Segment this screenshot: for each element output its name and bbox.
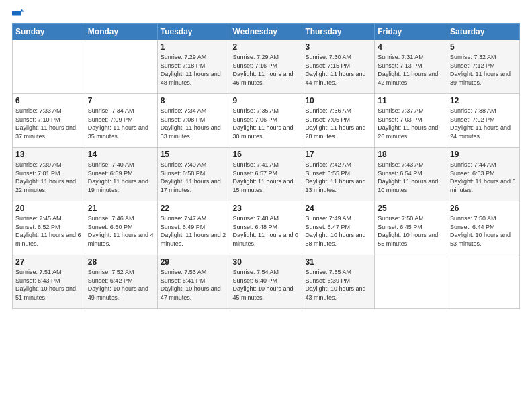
sunset-text: Sunset: 7:09 PM xyxy=(88,116,154,124)
sunrise-text: Sunrise: 7:51 AM xyxy=(15,268,82,277)
week-row-2: 6Sunrise: 7:33 AMSunset: 7:10 PMDaylight… xyxy=(13,94,520,148)
day-info: Sunrise: 7:55 AMSunset: 6:39 PMDaylight:… xyxy=(305,268,371,302)
weekday-header-saturday: Saturday xyxy=(447,24,520,40)
sunrise-text: Sunrise: 7:42 AM xyxy=(305,161,371,169)
daylight-text: Daylight: 11 hours and 13 minutes. xyxy=(305,177,371,194)
sunset-text: Sunset: 7:02 PM xyxy=(450,116,517,124)
sunset-text: Sunset: 6:58 PM xyxy=(161,169,227,178)
day-info: Sunrise: 7:34 AMSunset: 7:08 PMDaylight:… xyxy=(161,107,227,140)
daylight-text: Daylight: 11 hours and 26 minutes. xyxy=(378,124,444,140)
daylight-text: Daylight: 11 hours and 8 minutes. xyxy=(450,177,517,194)
logo-icon xyxy=(12,7,24,19)
calendar-cell: 15Sunrise: 7:40 AMSunset: 6:58 PMDayligh… xyxy=(157,148,230,201)
daylight-text: Daylight: 10 hours and 47 minutes. xyxy=(161,285,227,302)
calendar-cell xyxy=(375,255,447,309)
sunset-text: Sunset: 6:52 PM xyxy=(15,223,82,232)
daylight-text: Daylight: 11 hours and 33 minutes. xyxy=(161,124,227,140)
sunrise-text: Sunrise: 7:31 AM xyxy=(378,53,444,62)
sunset-text: Sunset: 6:55 PM xyxy=(305,169,371,178)
day-info: Sunrise: 7:38 AMSunset: 7:02 PMDaylight:… xyxy=(450,107,517,140)
sunset-text: Sunset: 6:39 PM xyxy=(305,277,371,285)
daylight-text: Daylight: 11 hours and 15 minutes. xyxy=(233,177,300,194)
day-number: 2 xyxy=(233,42,300,52)
weekday-header-row: SundayMondayTuesdayWednesdayThursdayFrid… xyxy=(13,24,520,40)
day-info: Sunrise: 7:29 AMSunset: 7:16 PMDaylight:… xyxy=(233,53,300,87)
sunset-text: Sunset: 6:50 PM xyxy=(88,223,154,232)
day-number: 9 xyxy=(233,96,300,105)
sunrise-text: Sunrise: 7:55 AM xyxy=(305,268,371,277)
day-number: 22 xyxy=(161,203,227,213)
day-number: 17 xyxy=(305,150,371,159)
calendar-cell: 13Sunrise: 7:39 AMSunset: 7:01 PMDayligh… xyxy=(13,148,85,201)
sunset-text: Sunset: 6:53 PM xyxy=(450,169,517,178)
calendar-cell: 18Sunrise: 7:43 AMSunset: 6:54 PMDayligh… xyxy=(375,148,447,201)
sunrise-text: Sunrise: 7:30 AM xyxy=(305,53,371,62)
day-number: 11 xyxy=(378,96,444,105)
sunset-text: Sunset: 6:48 PM xyxy=(233,223,300,232)
calendar-cell: 26Sunrise: 7:50 AMSunset: 6:44 PMDayligh… xyxy=(447,201,520,255)
day-number: 26 xyxy=(450,203,517,213)
sunset-text: Sunset: 7:06 PM xyxy=(233,116,300,124)
sunrise-text: Sunrise: 7:50 AM xyxy=(450,214,517,223)
calendar-cell: 12Sunrise: 7:38 AMSunset: 7:02 PMDayligh… xyxy=(447,94,520,148)
day-info: Sunrise: 7:52 AMSunset: 6:42 PMDaylight:… xyxy=(88,268,154,302)
day-number: 18 xyxy=(378,150,444,159)
sunset-text: Sunset: 6:59 PM xyxy=(88,169,154,178)
sunset-text: Sunset: 6:41 PM xyxy=(161,277,227,285)
day-number: 5 xyxy=(450,42,517,52)
calendar-cell: 8Sunrise: 7:34 AMSunset: 7:08 PMDaylight… xyxy=(157,94,230,148)
calendar-cell: 5Sunrise: 7:32 AMSunset: 7:12 PMDaylight… xyxy=(447,40,520,94)
daylight-text: Daylight: 11 hours and 19 minutes. xyxy=(88,177,154,194)
day-number: 6 xyxy=(15,96,82,105)
daylight-text: Daylight: 11 hours and 30 minutes. xyxy=(233,124,300,140)
calendar-cell: 1Sunrise: 7:29 AMSunset: 7:18 PMDaylight… xyxy=(157,40,230,94)
daylight-text: Daylight: 11 hours and 39 minutes. xyxy=(450,70,517,87)
weekday-header-monday: Monday xyxy=(85,24,157,40)
sunrise-text: Sunrise: 7:40 AM xyxy=(161,161,227,169)
sunrise-text: Sunrise: 7:29 AM xyxy=(233,53,300,62)
calendar-cell: 27Sunrise: 7:51 AMSunset: 6:43 PMDayligh… xyxy=(13,255,85,309)
sunset-text: Sunset: 6:43 PM xyxy=(15,277,82,285)
day-number: 7 xyxy=(88,96,154,105)
sunrise-text: Sunrise: 7:48 AM xyxy=(233,214,300,223)
sunrise-text: Sunrise: 7:35 AM xyxy=(233,107,300,116)
day-number: 1 xyxy=(161,42,227,52)
day-number: 29 xyxy=(161,257,227,267)
weekday-header-thursday: Thursday xyxy=(302,24,375,40)
daylight-text: Daylight: 10 hours and 51 minutes. xyxy=(15,285,82,302)
daylight-text: Daylight: 11 hours and 0 minutes. xyxy=(233,231,300,248)
sunset-text: Sunset: 7:12 PM xyxy=(450,62,517,71)
calendar-cell xyxy=(13,40,85,94)
day-info: Sunrise: 7:36 AMSunset: 7:05 PMDaylight:… xyxy=(305,107,371,140)
sunrise-text: Sunrise: 7:43 AM xyxy=(378,161,444,169)
day-number: 14 xyxy=(88,150,154,159)
sunset-text: Sunset: 7:13 PM xyxy=(378,62,444,71)
daylight-text: Daylight: 11 hours and 2 minutes. xyxy=(161,231,227,248)
day-info: Sunrise: 7:50 AMSunset: 6:45 PMDaylight:… xyxy=(378,214,444,248)
daylight-text: Daylight: 10 hours and 53 minutes. xyxy=(450,231,517,248)
sunset-text: Sunset: 7:08 PM xyxy=(161,116,227,124)
day-info: Sunrise: 7:50 AMSunset: 6:44 PMDaylight:… xyxy=(450,214,517,248)
calendar-cell: 21Sunrise: 7:46 AMSunset: 6:50 PMDayligh… xyxy=(85,201,157,255)
sunrise-text: Sunrise: 7:54 AM xyxy=(233,268,300,277)
day-info: Sunrise: 7:31 AMSunset: 7:13 PMDaylight:… xyxy=(378,53,444,87)
calendar-cell: 4Sunrise: 7:31 AMSunset: 7:13 PMDaylight… xyxy=(375,40,447,94)
sunset-text: Sunset: 6:49 PM xyxy=(161,223,227,232)
day-number: 31 xyxy=(305,257,371,267)
daylight-text: Daylight: 11 hours and 46 minutes. xyxy=(233,70,300,87)
sunset-text: Sunset: 6:42 PM xyxy=(88,277,154,285)
day-number: 19 xyxy=(450,150,517,159)
day-number: 27 xyxy=(15,257,82,267)
sunrise-text: Sunrise: 7:40 AM xyxy=(88,161,154,169)
sunrise-text: Sunrise: 7:34 AM xyxy=(88,107,154,116)
daylight-text: Daylight: 11 hours and 6 minutes. xyxy=(15,231,82,248)
day-info: Sunrise: 7:30 AMSunset: 7:15 PMDaylight:… xyxy=(305,53,371,87)
sunrise-text: Sunrise: 7:46 AM xyxy=(88,214,154,223)
sunrise-text: Sunrise: 7:53 AM xyxy=(161,268,227,277)
sunrise-text: Sunrise: 7:52 AM xyxy=(88,268,154,277)
day-info: Sunrise: 7:37 AMSunset: 7:03 PMDaylight:… xyxy=(378,107,444,140)
day-info: Sunrise: 7:49 AMSunset: 6:47 PMDaylight:… xyxy=(305,214,371,248)
sunset-text: Sunset: 6:54 PM xyxy=(378,169,444,178)
sunrise-text: Sunrise: 7:36 AM xyxy=(305,107,371,116)
page: SundayMondayTuesdayWednesdayThursdayFrid… xyxy=(0,0,532,411)
